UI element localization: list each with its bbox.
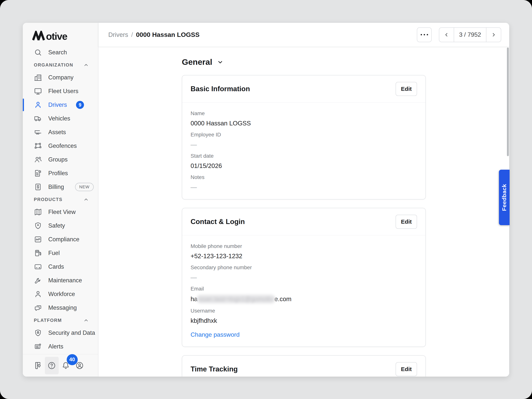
record-position: 3 / 7952 — [454, 28, 486, 42]
sidebar-item-label: Fleet View — [48, 209, 76, 215]
help-button[interactable] — [45, 357, 59, 374]
sidebar-item-cards[interactable]: Cards — [23, 260, 98, 274]
help-circle-icon — [47, 361, 56, 370]
shield-lock-icon — [34, 329, 42, 337]
change-password-link[interactable]: Change password — [190, 331, 240, 338]
wrench-icon — [34, 276, 42, 285]
sidebar-item-label: Workforce — [48, 291, 75, 298]
sidebar-item-label: Assets — [48, 129, 66, 136]
sidebar-item-geofences[interactable]: Geofences — [23, 139, 98, 153]
field-label: Email — [190, 285, 417, 292]
sidebar-item-label: Fuel — [48, 250, 60, 256]
breadcrumb-parent[interactable]: Drivers — [108, 31, 128, 38]
sidebar-section-organization[interactable]: ORGANIZATION — [23, 59, 98, 71]
sidebar-item-drivers[interactable]: Drivers 9 — [23, 98, 98, 112]
sidebar: otive Search ORGANIZATION Company — [23, 23, 98, 377]
sidebar-item-workforce[interactable]: Workforce — [23, 287, 98, 301]
sidebar-item-fleet-view[interactable]: Fleet View — [23, 205, 98, 219]
sidebar-item-messaging[interactable]: Messaging — [23, 301, 98, 315]
sidebar-item-profiles[interactable]: Profiles — [23, 166, 98, 180]
sidebar-item-label: Vehicles — [48, 115, 70, 122]
chevron-up-icon — [83, 196, 89, 203]
search-icon — [34, 48, 42, 57]
sidebar-item-label: Alerts — [48, 343, 63, 350]
sidebar-item-compliance[interactable]: Compliance — [23, 233, 98, 246]
logo-text: otive — [46, 32, 67, 41]
sidebar-item-billing[interactable]: Billing NEW — [23, 180, 98, 194]
chart-route-icon — [34, 235, 42, 244]
field-label: Username — [190, 308, 417, 314]
more-actions-button[interactable] — [417, 27, 432, 42]
field-secondary-phone: Secondary phone number — — [190, 264, 417, 281]
notifications-button[interactable]: 40 — [59, 357, 73, 374]
map-book-pin-icon — [33, 361, 42, 370]
sidebar-item-fuel[interactable]: Fuel — [23, 246, 98, 260]
top-bar: Drivers / 0000 Hassan LOGSS 3 / 7952 — [98, 23, 509, 47]
sidebar-item-search[interactable]: Search — [23, 46, 98, 59]
main-area: Drivers / 0000 Hassan LOGSS 3 / 7952 — [98, 23, 509, 377]
edit-basic-information-button[interactable]: Edit — [396, 82, 417, 96]
monitor-icon — [34, 87, 42, 95]
sidebar-item-label: Search — [48, 49, 67, 56]
chevron-right-icon — [491, 32, 496, 38]
sidebar-item-company[interactable]: Company — [23, 71, 98, 84]
field-email: Email hassan.tasir+logs1@gomotive.com — [190, 285, 417, 304]
polygon-icon — [34, 142, 42, 150]
top-bar-actions: 3 / 7952 — [417, 27, 501, 42]
sidebar-item-label: Messaging — [48, 304, 77, 311]
sidebar-item-alerts[interactable]: Alerts — [23, 340, 98, 353]
sidebar-item-groups[interactable]: Groups — [23, 153, 98, 166]
field-label: Secondary phone number — [190, 264, 417, 271]
map-guide-button[interactable] — [31, 357, 45, 374]
card-title: Time Tracking — [190, 365, 238, 373]
sidebar-item-maintenance[interactable]: Maintenance — [23, 274, 98, 287]
sidebar-item-security-and-data[interactable]: Security and Data — [23, 326, 98, 340]
motive-logo-m-icon — [32, 31, 46, 41]
sidebar-item-vehicles[interactable]: Vehicles — [23, 112, 98, 125]
sidebar-item-label: Company — [48, 74, 74, 81]
sidebar-item-label: Fleet Users — [48, 88, 78, 95]
sidebar-section-products[interactable]: PRODUCTS — [23, 194, 98, 205]
sidebar-item-label: Cards — [48, 263, 64, 270]
field-value: — — [190, 183, 417, 191]
sidebar-item-safety[interactable]: Safety — [23, 219, 98, 233]
people-icon — [34, 155, 42, 164]
breadcrumb-separator: / — [131, 31, 133, 38]
sidebar-section-platform[interactable]: PLATFORM — [23, 315, 98, 326]
general-section-toggle[interactable]: General — [182, 57, 426, 67]
ellipsis-icon — [421, 34, 428, 35]
field-username: Username kbjfhdhxk — [190, 308, 417, 325]
breadcrumb-current: 0000 Hassan LOGSS — [136, 31, 200, 38]
feedback-tab[interactable]: Feedback — [499, 170, 510, 225]
next-record-button[interactable] — [486, 28, 501, 42]
field-value-email: hassan.tasir+logs1@gomotive.com — [190, 295, 417, 304]
sidebar-item-label: Maintenance — [48, 277, 82, 284]
vertical-scrollbar[interactable] — [507, 48, 509, 156]
chevron-down-icon — [217, 59, 224, 66]
field-employee-id: Employee ID — — [190, 132, 417, 149]
sidebar-item-fleet-users[interactable]: Fleet Users — [23, 84, 98, 98]
page-section-title: General — [182, 57, 212, 67]
document-gear-icon — [34, 169, 42, 177]
new-badge: NEW — [75, 183, 94, 191]
sidebar-item-label: Security and Data — [48, 329, 95, 336]
field-value: kbjfhdhxk — [190, 317, 417, 325]
field-value: 0000 Hassan LOGSS — [190, 119, 417, 127]
edit-contact-login-button[interactable]: Edit — [396, 215, 417, 229]
section-title: PLATFORM — [34, 318, 62, 323]
credit-card-icon — [34, 263, 42, 271]
card-header: Contact & Login Edit — [182, 208, 425, 235]
sidebar-item-label: Drivers — [48, 101, 67, 108]
edit-time-tracking-button[interactable]: Edit — [396, 362, 417, 376]
account-button[interactable] — [73, 357, 87, 374]
basic-information-card: Basic Information Edit Name 0000 Hassan … — [182, 75, 426, 200]
feedback-tab-label: Feedback — [501, 184, 507, 211]
field-label: Mobile phone number — [190, 243, 417, 249]
trailer-icon — [34, 128, 42, 136]
card-title: Contact & Login — [190, 218, 245, 226]
document-dollar-icon — [34, 183, 42, 191]
sidebar-item-label: Groups — [48, 156, 68, 163]
previous-record-button[interactable] — [439, 28, 454, 42]
user-circle-icon — [75, 361, 84, 370]
sidebar-item-assets[interactable]: Assets — [23, 125, 98, 139]
